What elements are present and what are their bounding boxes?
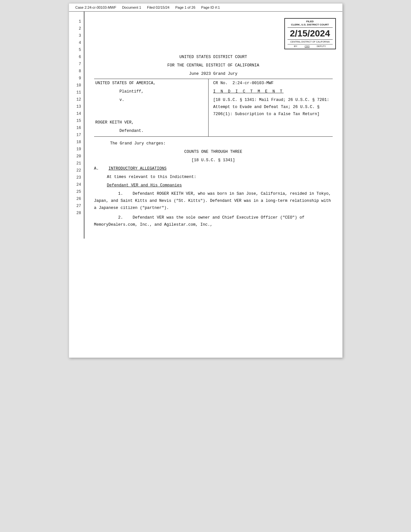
plaintiff-role-cell: Plaintiff, — [94, 87, 209, 96]
content-area: 1 2 3 4 5 6 7 8 9 10 11 12 13 14 15 16 1… — [69, 12, 342, 239]
line-21: 21 — [69, 160, 84, 167]
line-numbers-column: 1 2 3 4 5 6 7 8 9 10 11 12 13 14 15 16 1… — [69, 12, 84, 239]
line-3: 3 — [69, 32, 84, 39]
line-11: 11 — [69, 89, 84, 96]
line-6: 6 — [69, 54, 84, 61]
paragraph-2: 2. Defendant VER was the sole owner and … — [94, 214, 333, 228]
line-19: 19 — [69, 146, 84, 153]
defendant-role-cell: Defendant. — [94, 127, 209, 137]
line-9: 9 — [69, 75, 84, 82]
line-13: 13 — [69, 103, 84, 110]
document-header: Case 2:24-cr-00103-MWF Document 1 Filed … — [69, 4, 342, 12]
paragraph-1: 1. Defendant ROGER KEITH VER, who was bo… — [94, 190, 333, 212]
document-page: Case 2:24-cr-00103-MWF Document 1 Filed … — [69, 3, 343, 358]
indictment-cell: I N D I C T M E N T — [209, 87, 333, 96]
line-26: 26 — [69, 195, 84, 202]
stamp-by: BY: CDO DEPUTY — [288, 44, 333, 47]
line-1: 1 — [69, 18, 84, 25]
charges-cell: [18 U.S.C. § 1341: Mail Fraud; 26 U.S.C.… — [209, 96, 333, 118]
line-12: 12 — [69, 96, 84, 103]
line-2: 2 — [69, 25, 84, 32]
subsection-title: Defendant VER and His Companies — [94, 182, 333, 189]
grand-jury-line: June 2023 Grand Jury — [94, 70, 333, 77]
case-number: Case 2:24-cr-00103-MWF — [75, 5, 116, 9]
line-25: 25 — [69, 188, 84, 195]
line-16: 16 — [69, 124, 84, 132]
line-7: 7 — [69, 61, 84, 68]
line-10: 10 — [69, 82, 84, 89]
court-name: UNITED STATES DISTRICT COURT — [94, 54, 333, 61]
at-times-text: At times relevant to this Indictment: — [94, 173, 333, 181]
line-24: 24 — [69, 181, 84, 188]
cr-no-cell: CR No. 2:24-cr-00103-MWF — [209, 79, 333, 88]
grand-jury-charges: The Grand Jury charges: — [94, 140, 333, 147]
line-23: 23 — [69, 174, 84, 181]
stamp-date: 2/15/2024 — [288, 27, 333, 40]
line-8: 8 — [69, 68, 84, 75]
court-stamp: FILED CLERK, U.S. DISTRICT COURT 2/15/20… — [284, 18, 336, 49]
line-15: 15 — [69, 117, 84, 124]
document-number: Document 1 — [122, 5, 141, 9]
page-info: Page 1 of 26 — [175, 5, 195, 9]
vs-cell: v. — [94, 96, 209, 118]
filed-date: Filed 02/15/24 — [147, 5, 170, 9]
charges-end-cell — [209, 127, 333, 137]
case-table: UNITED STATES OF AMERICA, CR No. 2:24-cr… — [94, 79, 333, 137]
charges-cont-cell — [209, 118, 333, 127]
court-district: FOR THE CENTRAL DISTRICT OF CALIFORNIA — [94, 62, 333, 69]
line-14: 14 — [69, 110, 84, 117]
line-5: 5 — [69, 46, 84, 54]
statute-ref: [18 U.S.C. § 1341] — [94, 157, 333, 164]
main-content: FILED CLERK, U.S. DISTRICT COURT 2/15/20… — [84, 12, 342, 239]
line-28: 28 — [69, 210, 84, 217]
defendant-name-cell: ROGER KEITH VER, — [94, 118, 209, 127]
line-22: 22 — [69, 167, 84, 174]
line-18: 18 — [69, 139, 84, 146]
line-17: 17 — [69, 132, 84, 139]
plaintiff-cell: UNITED STATES OF AMERICA, — [94, 79, 209, 88]
stamp-box: FILED CLERK, U.S. DISTRICT COURT 2/15/20… — [284, 18, 336, 49]
line-20: 20 — [69, 153, 84, 160]
section-a-header: A. INTRODUCTORY ALLEGATIONS — [94, 165, 333, 172]
stamp-filed: FILED CLERK, U.S. DISTRICT COURT — [288, 20, 333, 27]
page-id: Page ID #:1 — [201, 5, 220, 9]
line-4: 4 — [69, 39, 84, 46]
stamp-district: CENTRAL DISTRICT OF CALIFORNIA — [288, 40, 333, 44]
counts-header: COUNTS ONE THROUGH THREE — [94, 148, 333, 155]
line-27: 27 — [69, 202, 84, 210]
